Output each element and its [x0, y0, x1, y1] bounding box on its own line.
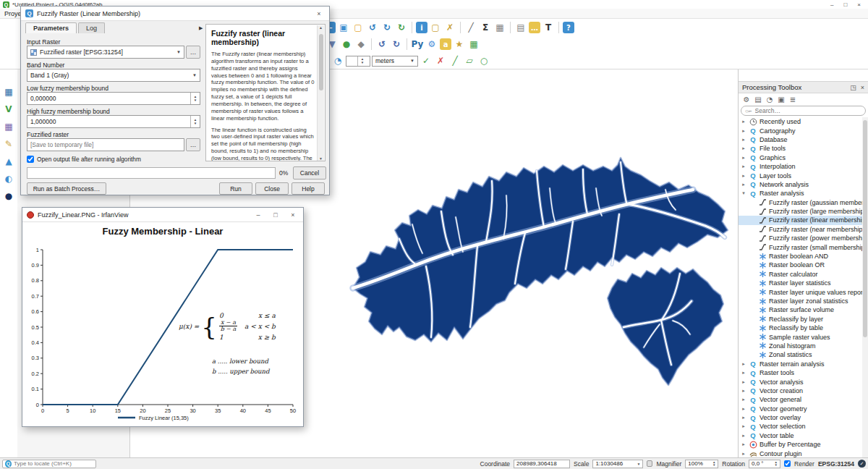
processing-toolbox-header[interactable]: Processing Toolbox ◳ ×	[739, 81, 868, 93]
window-maximize-icon[interactable]: □	[270, 211, 281, 219]
digitize-circle-icon[interactable]: ○	[477, 54, 490, 67]
cancel-button[interactable]: Cancel	[293, 166, 326, 179]
toolbox-options-icon[interactable]: ≡	[788, 94, 798, 104]
expander-icon[interactable]: ▸	[741, 451, 746, 457]
units-spinbox[interactable]: ▲▼	[346, 56, 370, 67]
scale-combo[interactable]: 1:1030486 ▼	[592, 460, 643, 468]
expander-icon[interactable]: ▸	[741, 137, 746, 143]
irfanview-titlebar[interactable]: Fuzzify_Linear.PNG - IrfanView – □ ×	[22, 208, 303, 222]
digitize-polygon-icon[interactable]: ▱	[463, 54, 476, 67]
toolbox-item-vector-creation[interactable]: ▸QVector creation	[739, 386, 862, 395]
zoom-last-icon[interactable]: ↺	[366, 21, 379, 34]
text-annotation-icon[interactable]: T	[542, 21, 555, 34]
render-checkbox[interactable]	[784, 460, 791, 467]
toolbox-item-fuzzify-raster-small-membership[interactable]: Fuzzify raster (small membership)	[739, 242, 862, 251]
toolbox-item-graphics[interactable]: ▸QGraphics	[739, 153, 862, 162]
data-source-manager-icon[interactable]: ▦	[2, 85, 15, 98]
map-tips-icon[interactable]: …	[529, 22, 540, 33]
toolbox-item-fuzzify-raster-near-membership[interactable]: Fuzzify raster (near membership)	[739, 225, 862, 234]
spin-arrows-icon[interactable]: ▲▼	[190, 116, 200, 127]
output-file-field[interactable]: [Save to temporary file]	[27, 138, 184, 151]
add-wms-layer-icon[interactable]: ◐	[2, 172, 15, 185]
scrollbar-thumb[interactable]	[863, 120, 867, 337]
crs-indicator[interactable]: EPSG:31254	[818, 460, 854, 468]
open-output-checkbox[interactable]	[27, 156, 34, 163]
vertex-tool-icon[interactable]: ◆	[354, 38, 367, 51]
expander-icon[interactable]: ▸	[741, 119, 746, 124]
toolbox-item-raster-boolean-or[interactable]: Raster boolean OR	[739, 261, 862, 269]
units-combo[interactable]: meters ▼	[372, 56, 418, 67]
toolbox-item-network-analysis[interactable]: ▸QNetwork analysis	[739, 180, 862, 189]
toolbox-item-zonal-histogram[interactable]: Zonal histogram	[739, 342, 862, 350]
identify-features-icon[interactable]: i	[416, 22, 427, 33]
help-scrollbar[interactable]: ▲▼	[317, 25, 324, 161]
expander-icon[interactable]: ▸	[741, 433, 746, 439]
output-browse-button[interactable]: …	[186, 138, 200, 151]
toolbox-search-input[interactable]	[755, 107, 856, 114]
toolbox-item-vector-selection[interactable]: ▸QVector selection	[739, 422, 862, 431]
toolbox-wrench-icon[interactable]: ⚙	[741, 94, 752, 104]
toolbox-item-sample-raster-values[interactable]: Sample raster values	[739, 332, 862, 341]
toolbox-results-icon[interactable]: ▣	[776, 94, 786, 104]
toolbox-item-vector-overlay[interactable]: ▸QVector overlay	[739, 413, 862, 422]
input-raster-browse-button[interactable]: …	[186, 46, 200, 59]
expander-icon[interactable]: ▸	[741, 397, 746, 402]
toolbox-item-reclassify-by-table[interactable]: Reclassify by table	[739, 324, 862, 332]
run-button[interactable]: Run	[219, 182, 252, 195]
toolbox-item-raster-tools[interactable]: ▸QRaster tools	[739, 368, 862, 377]
app-close-button[interactable]: ×	[857, 1, 861, 8]
refresh-map-icon[interactable]: ↻	[395, 21, 408, 34]
input-raster-combo[interactable]: Fuzzified raster [EPSG:31254] ▼	[27, 46, 184, 59]
run-as-batch-button[interactable]: Run as Batch Process…	[27, 182, 106, 195]
toolbox-item-raster-surface-volume[interactable]: Raster surface volume	[739, 305, 862, 314]
toolbox-search-box[interactable]: ○⌐	[741, 106, 866, 116]
python-console-icon[interactable]: Py	[411, 38, 424, 51]
toolbox-item-raster-layer-unique-values-report[interactable]: Raster layer unique values report	[739, 287, 862, 296]
expander-icon[interactable]: ▸	[741, 441, 746, 447]
toolbox-item-fuzzify-raster-power-membership[interactable]: Fuzzify raster (power membership)	[739, 234, 862, 242]
add-raster-layer-icon[interactable]: ▦	[2, 120, 15, 133]
add-mesh-layer-icon[interactable]: ▲	[2, 155, 15, 168]
spin-arrows-icon[interactable]: ▲▼	[775, 461, 778, 467]
dialog-close-icon[interactable]: ×	[313, 10, 325, 17]
expander-icon[interactable]: ▸	[741, 361, 746, 367]
print-layout-icon[interactable]: ▤	[514, 21, 527, 34]
new-shapefile-layer-icon[interactable]: ✎	[2, 138, 15, 151]
expander-icon[interactable]: ▸	[741, 423, 746, 429]
expander-icon[interactable]: ▸	[741, 406, 746, 412]
panel-float-icon[interactable]: ◳	[850, 84, 856, 91]
high-bound-spinbox[interactable]: 1,000000 ▲▼	[27, 115, 200, 128]
toolbox-item-vector-analysis[interactable]: ▸QVector analysis	[739, 377, 862, 386]
statistical-summary-icon[interactable]: Σ	[479, 21, 492, 34]
layer-labeling-icon[interactable]: a	[440, 38, 451, 50]
toolbox-history-icon[interactable]: ◔	[765, 94, 775, 104]
toolbox-item-buffer-by-percentage[interactable]: ▸Buffer by Percentage	[739, 440, 862, 449]
window-minimize-icon[interactable]: –	[252, 211, 264, 219]
attribute-table-icon[interactable]: ▦	[493, 21, 506, 34]
expander-icon[interactable]: ▸	[741, 379, 746, 385]
toolbox-item-file-tools[interactable]: ▸QFile tools	[739, 144, 862, 153]
toolbox-item-layer-tools[interactable]: ▸QLayer tools	[739, 171, 862, 179]
expander-icon[interactable]: ▸	[741, 173, 746, 179]
grass-tools-icon[interactable]: ●	[2, 190, 15, 203]
redo-icon[interactable]: ↻	[390, 38, 403, 51]
digitize-line-icon[interactable]: ╱	[448, 54, 461, 67]
close-button[interactable]: Close	[255, 182, 289, 195]
measure-line-icon[interactable]: ╱	[464, 21, 477, 34]
digitize-cross-icon[interactable]: ✗	[434, 54, 447, 67]
window-close-icon[interactable]: ×	[287, 211, 299, 219]
expander-icon[interactable]: ▸	[741, 415, 746, 421]
low-bound-spinbox[interactable]: 0,000000 ▲▼	[27, 92, 200, 105]
processing-gear-icon[interactable]: ⚙	[425, 38, 438, 51]
messages-icon[interactable]: ✓	[858, 460, 866, 468]
tab-parameters[interactable]: Parameters	[25, 22, 77, 33]
toolbox-item-database[interactable]: ▸QDatabase	[739, 135, 862, 144]
coordinate-input[interactable]: 208989,306418	[514, 460, 570, 468]
help-button[interactable]: Help	[292, 182, 325, 195]
app-minimize-button[interactable]: –	[830, 1, 833, 8]
toolbox-scrollbar[interactable]	[862, 117, 868, 457]
toolbox-item-recently-used[interactable]: ▸Recently used	[739, 117, 862, 126]
scrollbar-thumb[interactable]	[319, 34, 323, 90]
locate-box[interactable]: Q	[2, 460, 96, 468]
decorations-icon[interactable]: ★	[453, 38, 466, 51]
